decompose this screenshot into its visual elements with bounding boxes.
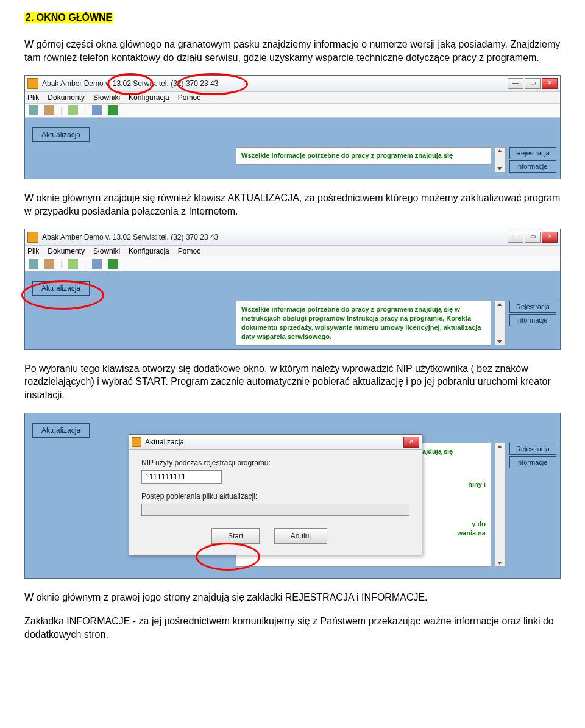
maximize-button[interactable]: ▭ <box>525 78 541 89</box>
section-heading: 2. OKNO GŁÓWNE <box>24 12 113 23</box>
scrollbar[interactable] <box>495 301 506 345</box>
toolbar: | | <box>25 257 560 271</box>
tab-rejestracja[interactable]: Rejestracja <box>509 301 556 313</box>
progress-label: Postęp pobierania pliku aktualizacji: <box>141 492 410 501</box>
minimize-button[interactable]: — <box>508 78 523 89</box>
menu-konfiguracja[interactable]: Konfiguracja <box>129 247 169 255</box>
dialog-titlebar: Aktualizacja ✕ <box>129 435 422 450</box>
app-window-screenshot-2: Abak Amber Demo v. 13.02 Serwis: tel. (3… <box>24 229 561 349</box>
toolbar-icon[interactable] <box>108 259 118 269</box>
scrollbar[interactable] <box>495 443 506 567</box>
maximize-button[interactable]: ▭ <box>525 232 541 243</box>
menu-slowniki[interactable]: Słowniki <box>93 247 120 255</box>
paragraph: Zakładka INFORMACJE - za jej pośrednictw… <box>24 615 561 641</box>
minimize-button[interactable]: — <box>508 232 523 243</box>
aktualizacja-button[interactable]: Aktualizacja <box>32 423 90 438</box>
menu-pomoc[interactable]: Pomoc <box>178 247 200 255</box>
body-area: Aktualizacja Wszelkie informacje potrzeb… <box>25 118 560 179</box>
menu-plik[interactable]: Plik <box>27 93 39 102</box>
paragraph: W oknie głównym z prawej jego strony zna… <box>24 591 561 604</box>
close-button[interactable]: ✕ <box>542 78 558 89</box>
app-icon <box>27 78 38 89</box>
dialog-icon <box>132 437 141 447</box>
window-title: Abak Amber Demo v. 13.02 Serwis: tel. (3… <box>42 233 506 241</box>
aktualizacja-button[interactable]: Aktualizacja <box>32 127 90 142</box>
toolbar-icon[interactable] <box>92 105 102 115</box>
app-window-screenshot-1: Abak Amber Demo v. 13.02 Serwis: tel. (3… <box>24 75 561 179</box>
window-title: Abak Amber Demo v. 13.02 Serwis: tel. (3… <box>42 79 506 88</box>
toolbar-icon[interactable] <box>108 105 118 115</box>
nip-input[interactable] <box>141 470 222 484</box>
info-panel: Wszelkie informacje potrzebne do pracy z… <box>236 301 491 345</box>
menu-dokumenty[interactable]: Dokumenty <box>48 247 85 255</box>
start-button[interactable]: Start <box>211 528 260 544</box>
toolbar-icon[interactable] <box>29 259 38 269</box>
menu-slowniki[interactable]: Słowniki <box>93 93 120 102</box>
titlebar: Abak Amber Demo v. 13.02 Serwis: tel. (3… <box>25 229 560 246</box>
toolbar-icon[interactable] <box>29 105 38 115</box>
menubar: Plik Dokumenty Słowniki Konfiguracja Pom… <box>25 92 560 104</box>
app-window-screenshot-3: Aktualizacja Wszelkie informacje potrzeb… <box>24 413 561 579</box>
toolbar-icon[interactable] <box>68 259 78 269</box>
body-area: Aktualizacja Wszelkie informacje potrzeb… <box>25 413 560 578</box>
toolbar-icon[interactable] <box>68 105 78 115</box>
dialog-title: Aktualizacja <box>145 438 402 446</box>
scrollbar[interactable] <box>495 147 506 173</box>
paragraph: W oknie głównym znajduje się również kla… <box>24 191 561 218</box>
body-area: Aktualizacja Wszelkie informacje potrzeb… <box>25 271 560 349</box>
tab-rejestracja[interactable]: Rejestracja <box>509 443 556 455</box>
menu-plik[interactable]: Plik <box>27 247 39 255</box>
toolbar-icon[interactable] <box>44 259 54 269</box>
paragraph: W górnej części okna głównego na granato… <box>24 38 561 64</box>
tab-informacje[interactable]: Informacje <box>509 314 556 326</box>
menubar: Plik Dokumenty Słowniki Konfiguracja Pom… <box>25 246 560 257</box>
aktualizacja-dialog: Aktualizacja ✕ NIP użyty podczas rejestr… <box>129 434 422 555</box>
paragraph: Po wybraniu tego klawisza otworzy się do… <box>24 362 561 402</box>
toolbar: | | <box>25 104 560 118</box>
titlebar: Abak Amber Demo v. 13.02 Serwis: tel. (3… <box>25 76 560 92</box>
info-panel: Wszelkie informacje potrzebne do pracy z… <box>236 147 491 165</box>
tab-rejestracja[interactable]: Rejestracja <box>509 147 556 159</box>
aktualizacja-button[interactable]: Aktualizacja <box>32 281 90 296</box>
toolbar-icon[interactable] <box>44 105 54 115</box>
menu-pomoc[interactable]: Pomoc <box>178 93 200 102</box>
tab-informacje[interactable]: Informacje <box>509 456 556 468</box>
info-fragment: wania na <box>458 529 486 537</box>
menu-dokumenty[interactable]: Dokumenty <box>48 93 85 102</box>
info-fragment: y do <box>472 520 486 527</box>
toolbar-icon[interactable] <box>92 259 102 269</box>
dialog-close-button[interactable]: ✕ <box>403 437 419 448</box>
menu-konfiguracja[interactable]: Konfiguracja <box>129 93 169 102</box>
info-fragment: hiny i <box>468 480 486 488</box>
progress-bar <box>141 504 410 516</box>
nip-label: NIP użyty podczas rejestracji programu: <box>141 459 410 467</box>
app-icon <box>27 232 38 243</box>
cancel-button[interactable]: Anuluj <box>274 528 327 544</box>
tab-informacje[interactable]: Informacje <box>509 160 556 173</box>
close-button[interactable]: ✕ <box>542 232 558 243</box>
